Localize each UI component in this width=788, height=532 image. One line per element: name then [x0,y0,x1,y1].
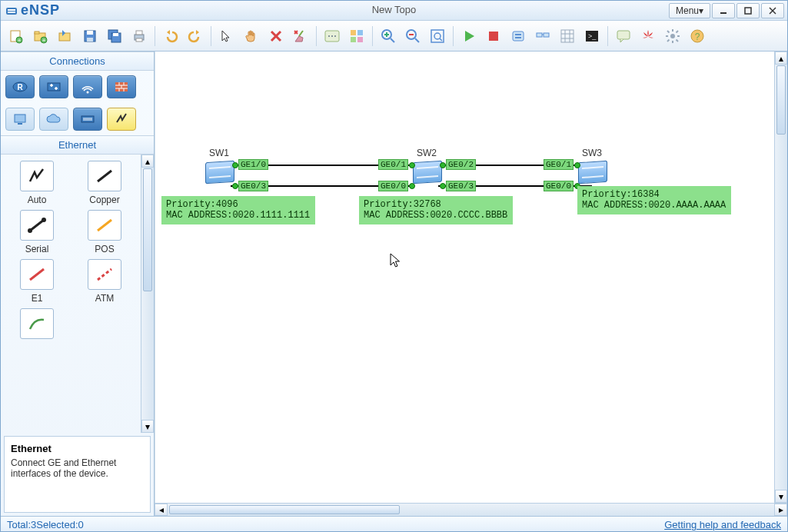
open-button[interactable] [55,25,76,47]
delete-button[interactable] [265,25,287,47]
new-topo-button[interactable]: + [5,25,27,47]
category-pc[interactable] [5,108,35,131]
scroll-thumb[interactable] [776,65,786,135]
topology-canvas[interactable]: SW1 SW2 SW3 GE1/0 GE0/3 GE0/1 GE0/0 [155,52,787,503]
port-label: GE0/1 [378,159,408,170]
help-feedback-link[interactable]: Getting help and feedback [664,519,781,530]
menu-button[interactable]: Menu▾ [669,3,710,18]
redo-button[interactable] [185,25,206,47]
svg-line-96 [98,269,111,280]
svg-point-45 [434,33,441,39]
info-box-sw1: Priority:4096 MAC ADDRESS:0020.1111.1111 [161,196,315,224]
scroll-right-icon[interactable]: ▸ [774,504,787,516]
svg-rect-51 [537,33,542,37]
maximize-button[interactable] [736,3,760,18]
pan-tool[interactable] [241,25,262,47]
zoom-out-button[interactable] [402,25,424,47]
tool-ethernet-curve[interactable] [7,308,67,342]
scroll-down-icon[interactable]: ▾ [775,490,787,503]
scroll-up-icon[interactable]: ▴ [141,155,154,168]
stop-device-button[interactable] [483,25,504,47]
zoom-fit-button[interactable] [427,25,448,47]
minimize-button[interactable] [712,3,735,18]
palette-scrollbar[interactable]: ▴ ▾ [141,155,154,433]
canvas-viewport[interactable]: SW1 SW2 SW3 GE1/0 GE0/3 GE0/1 GE0/0 [155,52,787,503]
svg-line-70 [677,31,679,33]
category-device[interactable] [73,108,102,131]
port-label: GE0/3 [446,181,476,191]
palette-title: Ethernet [1,135,154,155]
category-firewall[interactable] [107,75,136,98]
toolbar: + + >_ ? [1,21,787,52]
palette-tool[interactable] [346,25,367,47]
svg-rect-50 [515,37,521,38]
svg-line-26 [299,31,303,36]
broom-button[interactable] [290,25,311,47]
canvas-hscrollbar[interactable]: ◂ ▸ [155,503,787,516]
huawei-button[interactable] [637,25,659,47]
show-grid-button[interactable] [557,25,578,47]
print-button[interactable] [128,25,150,47]
device-sw2[interactable] [413,161,442,185]
svg-rect-34 [357,30,363,35]
svg-rect-11 [35,32,39,34]
device-category-row-2 [1,103,154,135]
text-tool[interactable] [321,25,343,47]
svg-line-46 [440,38,442,41]
tool-serial[interactable]: Serial [7,210,67,254]
info-box-sw2: Priority:32768 MAC ADDRESS:0020.CCCC.BBB… [359,196,513,224]
svg-rect-17 [87,38,93,42]
svg-rect-52 [544,33,549,37]
save-button[interactable] [79,25,101,47]
close-button[interactable] [761,3,784,18]
scroll-thumb[interactable] [143,168,152,291]
tool-e1[interactable]: E1 [7,259,67,304]
save-as-button[interactable] [104,25,125,47]
svg-point-62 [670,34,675,38]
device-sw3[interactable] [578,161,607,185]
category-connection[interactable] [107,108,136,131]
svg-rect-23 [136,38,142,42]
device-sw1[interactable] [205,161,234,185]
app-name: eNSP [21,2,60,18]
port-label: GE0/1 [544,159,574,170]
zoom-in-button[interactable] [377,25,399,47]
scroll-up-icon[interactable]: ▴ [775,52,787,65]
category-cloud[interactable] [39,108,68,131]
tool-atm[interactable]: ATM [75,259,135,304]
undo-button[interactable] [160,25,181,47]
svg-rect-0 [6,8,17,15]
capture-button[interactable] [507,25,529,47]
tool-auto[interactable]: Auto [7,161,67,205]
interface-list-button[interactable] [532,25,554,47]
svg-text:+: + [18,37,22,44]
description-panel: Ethernet Connect GE and Ethernet interfa… [4,436,151,513]
svg-rect-47 [489,32,498,41]
status-selected-value: 0 [78,519,84,530]
svg-rect-61 [617,31,630,39]
select-tool[interactable] [216,25,238,47]
canvas-vscrollbar[interactable]: ▴ ▾ [774,52,787,503]
palette: Auto Copper Serial POS E1 ATM [1,155,141,433]
help-button[interactable]: ? [687,25,708,47]
scroll-left-icon[interactable]: ◂ [155,504,168,516]
status-bar: Total: 3 Selected: 0 Getting help and fe… [1,516,787,532]
port-dot [440,183,446,189]
tool-copper[interactable]: Copper [75,161,135,205]
category-router[interactable]: R [5,75,35,98]
status-selected-label: Selected: [36,519,78,530]
svg-rect-22 [136,31,142,35]
scroll-down-icon[interactable]: ▾ [141,420,154,433]
port-dot [232,183,238,189]
category-switch[interactable] [39,75,68,98]
message-button[interactable] [613,25,634,47]
scroll-thumb[interactable] [169,505,400,514]
category-wlan[interactable] [73,75,102,98]
settings-button[interactable] [662,25,683,47]
svg-rect-35 [351,37,356,42]
svg-line-69 [667,39,670,42]
cli-button[interactable]: >_ [581,25,603,47]
new-project-button[interactable]: + [30,25,52,47]
tool-pos[interactable]: POS [75,210,135,254]
start-device-button[interactable] [458,25,480,47]
